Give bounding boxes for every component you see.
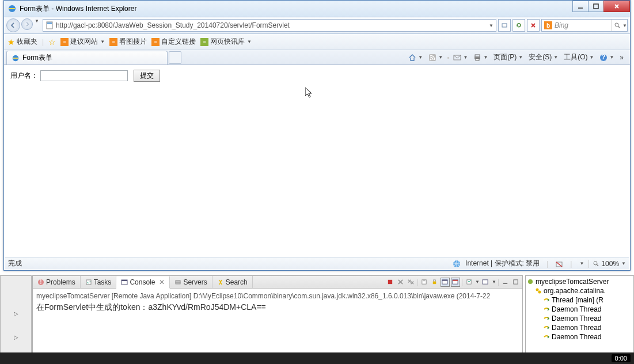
print-button[interactable]: ▼: [472, 52, 489, 63]
terminate-button[interactable]: [386, 278, 395, 287]
tab-problems[interactable]: !Problems: [33, 276, 81, 288]
tab-servers[interactable]: Servers: [170, 276, 212, 288]
debug-thread[interactable]: Daemon Thread: [527, 323, 632, 332]
collapse-icon[interactable]: ▷: [14, 334, 18, 340]
image-search-link[interactable]: ≡看图搜片: [109, 37, 147, 47]
tab-tasks[interactable]: Tasks: [81, 276, 117, 288]
debug-thread[interactable]: Daemon Thread: [527, 314, 632, 323]
username-input[interactable]: [40, 70, 128, 81]
tab-search[interactable]: Search: [212, 276, 253, 288]
close-tab-icon[interactable]: ✕: [159, 278, 165, 286]
zoom-control[interactable]: 100% ▼: [589, 260, 626, 268]
tools-menu[interactable]: 工具(O)▼: [562, 51, 595, 63]
protected-mode-icon: [555, 260, 563, 268]
svg-rect-18: [476, 59, 479, 60]
svg-rect-33: [388, 280, 392, 284]
clear-console-button[interactable]: [420, 278, 429, 287]
feed-icon: ≡: [200, 38, 208, 46]
search-button[interactable]: [612, 20, 622, 31]
collapse-icon[interactable]: ▷: [14, 310, 18, 317]
display-console-button[interactable]: [481, 278, 490, 287]
tab-active[interactable]: Form表单: [6, 51, 168, 65]
browser-window: Form表单 - Windows Internet Explorer ▼ ▼ b…: [3, 0, 631, 271]
webslice-link[interactable]: ≡网页快讯库▼: [200, 37, 252, 47]
favorites-button[interactable]: ★收藏夹: [7, 37, 37, 47]
search-box[interactable]: b Bing ▼: [541, 19, 628, 32]
console-view: !Problems Tasks Console✕ Servers Search …: [32, 275, 523, 364]
status-bar: 完成 Internet | 保护模式: 禁用 | | ▼ 100% ▼: [5, 257, 629, 270]
history-dropdown-icon[interactable]: ▼: [35, 18, 39, 32]
forward-button[interactable]: [21, 18, 33, 30]
debug-tree: myeclipseTomcatServer org.apache.catalin…: [526, 276, 633, 343]
stop-button[interactable]: [527, 19, 540, 32]
search-engine-label: Bing: [555, 21, 568, 29]
dropdown-icon[interactable]: ▼: [475, 279, 480, 285]
back-button[interactable]: [6, 18, 20, 32]
close-button[interactable]: [603, 1, 630, 12]
view-tabs: !Problems Tasks Console✕ Servers Search …: [33, 276, 522, 289]
nav-row: ▼ ▼ b Bing ▼: [4, 17, 630, 34]
window-controls: [573, 1, 630, 12]
clock: 0:00: [612, 354, 631, 362]
new-tab-button[interactable]: [169, 51, 181, 64]
status-dropdown-icon[interactable]: ▼: [579, 261, 584, 266]
add-favorite-button[interactable]: ☆: [48, 37, 56, 47]
open-console-button[interactable]: [464, 278, 473, 287]
dropdown-icon[interactable]: ▼: [492, 279, 496, 285]
show-console-button[interactable]: [451, 278, 460, 287]
scroll-lock-button[interactable]: [430, 278, 439, 287]
svg-line-11: [618, 26, 620, 28]
submit-button[interactable]: 提交: [134, 70, 160, 82]
mail-button[interactable]: ▼: [451, 52, 469, 63]
home-button[interactable]: ▼: [407, 52, 424, 63]
console-output: myeclipseTomcatServer [Remote Java Appli…: [33, 289, 522, 316]
page-icon: ≡: [109, 38, 117, 46]
debug-root[interactable]: myeclipseTomcatServer: [527, 277, 632, 286]
minimize-view-button[interactable]: [500, 278, 510, 287]
svg-point-51: [528, 279, 533, 284]
search-dropdown-icon[interactable]: ▼: [622, 23, 627, 28]
debug-process[interactable]: org.apache.catalina.: [527, 286, 632, 295]
maximize-button[interactable]: [588, 1, 604, 12]
debug-thread[interactable]: Daemon Thread: [527, 332, 632, 342]
remove-launch-button[interactable]: [396, 278, 405, 287]
thread-icon: [543, 315, 550, 322]
window-title: Form表单 - Windows Internet Explorer: [20, 4, 136, 14]
debug-thread[interactable]: Daemon Thread: [527, 305, 632, 314]
svg-text:?: ?: [602, 54, 606, 61]
refresh-button[interactable]: [512, 19, 525, 32]
titlebar: Form表单 - Windows Internet Explorer: [4, 1, 630, 17]
svg-rect-30: [122, 280, 127, 281]
suggest-sites-link[interactable]: ≡建议网站▼: [60, 37, 105, 47]
help-button[interactable]: ?▼: [598, 52, 616, 63]
page-icon: [45, 21, 54, 29]
zoom-icon: [593, 260, 599, 267]
svg-rect-6: [47, 22, 52, 24]
page-icon: ≡: [151, 38, 160, 46]
tab-console[interactable]: Console✕: [116, 276, 170, 289]
url-input[interactable]: [56, 21, 488, 29]
svg-rect-46: [453, 280, 458, 281]
page-menu[interactable]: 页面(P)▼: [492, 51, 525, 63]
debug-thread[interactable]: Thread [main] (R: [527, 295, 632, 305]
maximize-view-button[interactable]: [511, 278, 520, 287]
globe-icon: [453, 260, 461, 268]
svg-point-52: [536, 289, 539, 291]
compat-button[interactable]: [498, 19, 511, 32]
favorites-bar: ★收藏夹 | ☆ ≡建议网站▼ ≡看图搜片 ≡自定义链接 ≡网页快讯库▼: [4, 34, 630, 50]
tab-title: Form表单: [22, 53, 52, 63]
security-menu[interactable]: 安全(S)▼: [527, 51, 560, 63]
svg-rect-48: [483, 280, 488, 284]
expand-icon[interactable]: »: [618, 52, 625, 63]
custom-link[interactable]: ≡自定义链接: [151, 37, 196, 47]
thread-icon: [543, 324, 550, 331]
feeds-button[interactable]: ▼: [427, 52, 445, 63]
minimize-button[interactable]: [572, 1, 589, 12]
address-dropdown-icon[interactable]: ▼: [489, 23, 493, 28]
svg-line-23: [556, 262, 562, 267]
pin-console-button[interactable]: [441, 278, 450, 287]
username-label: 用户名：: [10, 71, 38, 81]
address-bar[interactable]: ▼: [43, 19, 496, 32]
remove-all-button[interactable]: [407, 278, 416, 287]
svg-rect-44: [442, 280, 447, 281]
